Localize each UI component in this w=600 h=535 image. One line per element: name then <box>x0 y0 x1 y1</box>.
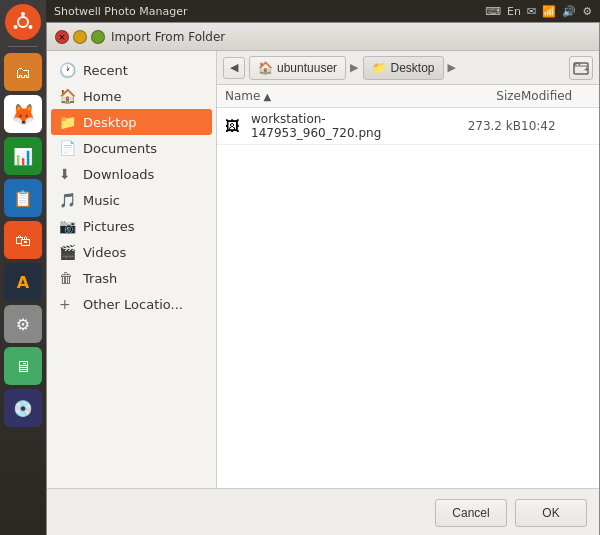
path-home-button[interactable]: 🏠 ubuntuuser <box>249 56 346 80</box>
taskbar-divider <box>8 46 38 47</box>
cancel-button[interactable]: Cancel <box>435 499 507 527</box>
svg-point-3 <box>14 25 18 29</box>
taskbar-settings-icon[interactable]: ⚙ <box>4 305 42 343</box>
taskbar: 🗂 🦊 📊 📋 🛍 A ⚙ 🖥 💿 <box>0 0 46 535</box>
videos-icon: 🎬 <box>59 244 75 260</box>
create-folder-button[interactable]: + <box>569 56 593 80</box>
taskbar-amazon-icon[interactable]: A <box>4 263 42 301</box>
path-home-label: ubuntuuser <box>277 61 337 75</box>
main-window: × Import From Folder 🕐 Recent 🏠 Home 📁 D… <box>46 22 600 535</box>
volume-icon: 🔊 <box>562 5 576 18</box>
maximize-button[interactable] <box>91 30 105 44</box>
sidebar-item-recent[interactable]: 🕐 Recent <box>47 57 216 83</box>
taskbar-store-icon[interactable]: 🛍 <box>4 221 42 259</box>
path-end-arrow: ▶ <box>448 61 456 74</box>
bottom-bar: Cancel OK <box>47 488 599 535</box>
path-segment-home: 🏠 ubuntuuser <box>249 56 346 80</box>
lang-icon: En <box>507 5 521 18</box>
path-bar: ◀ 🏠 ubuntuuser ▶ 📁 Desktop ▶ <box>217 51 599 85</box>
system-bar-title: Shotwell Photo Manager <box>54 5 187 18</box>
sidebar-label-other: Other Locatio... <box>83 297 183 312</box>
sidebar-item-desktop[interactable]: 📁 Desktop <box>51 109 212 135</box>
wifi-icon: 📶 <box>542 5 556 18</box>
file-size: 273.2 kB <box>441 119 521 133</box>
minimize-button[interactable] <box>73 30 87 44</box>
email-icon: ✉ <box>527 5 536 18</box>
svg-point-4 <box>29 25 33 29</box>
sidebar-item-other[interactable]: + Other Locatio... <box>47 291 216 317</box>
col-modified-header[interactable]: Modified <box>521 89 591 103</box>
col-name-header[interactable]: Name ▲ <box>225 89 441 103</box>
sidebar-item-pictures[interactable]: 📷 Pictures <box>47 213 216 239</box>
sidebar-item-videos[interactable]: 🎬 Videos <box>47 239 216 265</box>
create-folder-icon: + <box>573 60 589 76</box>
close-button[interactable]: × <box>55 30 69 44</box>
sidebar: 🕐 Recent 🏠 Home 📁 Desktop 📄 Documents ⬇ … <box>47 51 217 488</box>
name-label: Name <box>225 89 260 103</box>
svg-text:+: + <box>584 65 589 74</box>
home-path-icon: 🏠 <box>258 61 273 75</box>
sidebar-label-music: Music <box>83 193 120 208</box>
svg-point-2 <box>21 12 25 16</box>
system-bar: Shotwell Photo Manager ⌨ En ✉ 📶 🔊 ⚙ <box>46 0 600 22</box>
sort-arrow: ▲ <box>263 91 271 102</box>
home-icon: 🏠 <box>59 88 75 104</box>
taskbar-ubuntu-icon[interactable] <box>5 4 41 40</box>
modified-label: Modified <box>521 89 572 103</box>
window-title: Import From Folder <box>111 30 225 44</box>
window-controls: × <box>55 30 105 44</box>
file-name: workstation-147953_960_720.png <box>251 112 441 140</box>
taskbar-writer-icon[interactable]: 📋 <box>4 179 42 217</box>
other-icon: + <box>59 296 75 312</box>
file-modified: 10:42 <box>521 119 591 133</box>
sidebar-label-pictures: Pictures <box>83 219 134 234</box>
file-area: ◀ 🏠 ubuntuuser ▶ 📁 Desktop ▶ <box>217 51 599 488</box>
path-separator: ▶ <box>350 61 358 74</box>
sidebar-item-trash[interactable]: 🗑 Trash <box>47 265 216 291</box>
sidebar-label-downloads: Downloads <box>83 167 154 182</box>
sidebar-label-trash: Trash <box>83 271 117 286</box>
window-titlebar: × Import From Folder <box>47 23 599 51</box>
sidebar-label-home: Home <box>83 89 121 104</box>
sidebar-label-desktop: Desktop <box>83 115 137 130</box>
path-back-button[interactable]: ◀ <box>223 57 245 79</box>
file-list: 🖼 workstation-147953_960_720.png 273.2 k… <box>217 108 599 488</box>
gear-icon: ⚙ <box>582 5 592 18</box>
taskbar-disk-icon[interactable]: 💿 <box>4 389 42 427</box>
trash-icon: 🗑 <box>59 270 75 286</box>
sidebar-label-recent: Recent <box>83 63 128 78</box>
col-size-header[interactable]: Size <box>441 89 521 103</box>
desktop-path-icon: 📁 <box>372 61 387 75</box>
sidebar-label-videos: Videos <box>83 245 126 260</box>
path-segment-desktop: 📁 Desktop <box>363 56 444 80</box>
sidebar-item-downloads[interactable]: ⬇ Downloads <box>47 161 216 187</box>
ok-button[interactable]: OK <box>515 499 587 527</box>
keyboard-icon: ⌨ <box>485 5 501 18</box>
sidebar-item-documents[interactable]: 📄 Documents <box>47 135 216 161</box>
sidebar-label-documents: Documents <box>83 141 157 156</box>
taskbar-spreadsheet-icon[interactable]: 📊 <box>4 137 42 175</box>
desktop-folder-icon: 📁 <box>59 114 75 130</box>
path-desktop-label: Desktop <box>391 61 435 75</box>
taskbar-screenshot-icon[interactable]: 🖥 <box>4 347 42 385</box>
system-bar-icons: ⌨ En ✉ 📶 🔊 ⚙ <box>485 5 592 18</box>
recent-icon: 🕐 <box>59 62 75 78</box>
table-row[interactable]: 🖼 workstation-147953_960_720.png 273.2 k… <box>217 108 599 145</box>
documents-icon: 📄 <box>59 140 75 156</box>
column-headers: Name ▲ Size Modified <box>217 85 599 108</box>
taskbar-firefox-icon[interactable]: 🦊 <box>4 95 42 133</box>
pictures-icon: 📷 <box>59 218 75 234</box>
sidebar-item-home[interactable]: 🏠 Home <box>47 83 216 109</box>
taskbar-files-icon[interactable]: 🗂 <box>4 53 42 91</box>
size-label: Size <box>496 89 521 103</box>
sidebar-item-music[interactable]: 🎵 Music <box>47 187 216 213</box>
downloads-icon: ⬇ <box>59 166 75 182</box>
music-icon: 🎵 <box>59 192 75 208</box>
path-desktop-button[interactable]: 📁 Desktop <box>363 56 444 80</box>
dialog-content: 🕐 Recent 🏠 Home 📁 Desktop 📄 Documents ⬇ … <box>47 51 599 488</box>
file-type-icon: 🖼 <box>225 118 245 134</box>
